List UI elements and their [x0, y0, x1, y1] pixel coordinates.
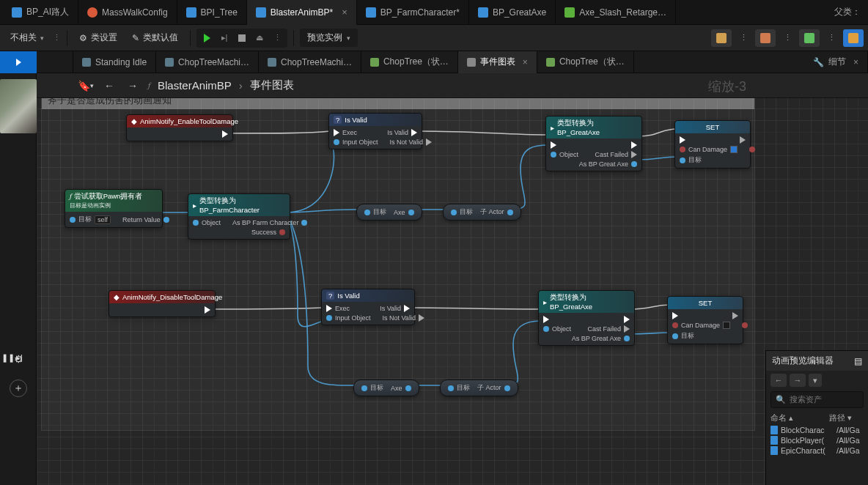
node-cast-greataxe-upper[interactable]: ▸ 类型转换为 BP_GreatAxe ObjectCast Failed As… [545, 116, 642, 171]
top-tab-active[interactable]: BlasterAnimBP*× [247, 0, 357, 25]
graph-tab[interactable]: ChopTree（状… [361, 51, 458, 73]
zoom-level: 缩放-3 [708, 78, 746, 95]
top-tab[interactable]: BP_GreatAxe [469, 0, 556, 25]
bp-icon [366, 7, 376, 18]
main-toolbar: 不相关 ▾ ⋮ ⚙类设置 ✎类默认值 ▸| ⏏ ⋮ 预览实例 ⋮ ⋮ ⋮ [0, 25, 868, 51]
add-button[interactable]: ＋ [10, 380, 27, 397]
details-tab[interactable]: 🔧细节× [804, 51, 868, 73]
anim-icon [564, 7, 575, 18]
asset-list: BlockCharac/All/Ga BlockPlayer(/All/Ga E… [766, 425, 868, 456]
bp-icon [478, 7, 488, 18]
asset-list-header[interactable]: 命名 ▴路径 ▾ [766, 411, 868, 425]
config-icon [87, 7, 98, 18]
event-graph-canvas[interactable]: 🔖▾ ← → 𝑓 BlasterAnimBP › 事件图表 缩放-3 [37, 73, 868, 485]
animbp-mode-button[interactable] [843, 29, 864, 47]
top-tabs: BP_AI路人 MassWalkConfig BPI_Tree BlasterA… [0, 0, 868, 25]
toolbar-options[interactable]: ⋮ [821, 29, 842, 47]
parent-class-label: 父类： [827, 6, 868, 18]
close-icon[interactable]: × [853, 57, 858, 67]
simulation-controls: ▸| ⏏ ⋮ [196, 29, 287, 48]
class-defaults-button[interactable]: ✎类默认值 [126, 29, 184, 47]
node-get-child-actor-lower[interactable]: 目标 子 Actor [440, 380, 518, 396]
wrench-icon: ✎ [132, 33, 139, 43]
asset-icon [770, 436, 778, 445]
skeleton-mode-button[interactable] [711, 29, 732, 47]
class-settings-button[interactable]: ⚙类设置 [73, 29, 123, 47]
breadcrumb-current[interactable]: 事件图表 [250, 78, 294, 92]
asset-list-item[interactable]: BlockPlayer(/All/Ga [769, 435, 865, 445]
anim-mode-button[interactable] [799, 29, 820, 47]
graph-tab[interactable]: ChopTreeMachi… [156, 51, 259, 73]
node-isvalid-upper[interactable]: ?Is Valid ExecIs Valid Input ObjectIs No… [328, 113, 422, 149]
node-get-axe[interactable]: 目标 Axe [356, 204, 422, 221]
nav-forward-button[interactable]: → [790, 374, 806, 387]
eject-button[interactable]: ⏏ [251, 31, 268, 45]
nav-back-button[interactable]: ← [101, 78, 117, 94]
asset-list-item[interactable]: BlockCharac/All/Ga [769, 425, 865, 435]
breadcrumb-parent[interactable]: BlasterAnimBP [158, 79, 232, 92]
nav-back-button[interactable]: ← [770, 374, 787, 387]
node-set-candamage-false[interactable]: SET Can Damage 目标 [667, 296, 743, 344]
filter-button[interactable]: ▾ [809, 374, 822, 387]
node-isvalid-lower[interactable]: ?Is Valid ExecIs Valid Input ObjectIs No… [321, 289, 415, 325]
gear-icon: ⚙ [79, 33, 87, 43]
asset-icon [770, 426, 778, 434]
graph-tab[interactable]: Standing Idle [73, 51, 156, 73]
select-mode-button[interactable] [0, 51, 37, 73]
unrelated-dropdown[interactable]: 不相关 ▾ [4, 29, 50, 47]
sim-options[interactable]: ⋮ [269, 31, 285, 45]
function-icon: 𝑓 [148, 81, 150, 90]
stop-button[interactable] [234, 31, 250, 45]
mesh-mode-button[interactable] [755, 29, 776, 47]
close-icon[interactable]: × [342, 7, 347, 18]
settings-icon[interactable]: ⚙ [10, 350, 27, 368]
breadcrumb: 🔖▾ ← → 𝑓 BlasterAnimBP › 事件图表 缩放-3 [37, 73, 868, 98]
node-set-candamage-true[interactable]: SET Can Damage 目标 [674, 120, 751, 169]
asset-icon [770, 446, 778, 455]
node-cast-greataxe-lower[interactable]: ▸ 类型转换为 BP_GreatAxe ObjectCast Failed As… [538, 290, 635, 346]
node-get-child-actor[interactable]: 目标 子 Actor [443, 204, 521, 221]
graph-tab[interactable]: ChopTreeMachi… [259, 51, 361, 73]
graph-tab-active[interactable]: 事件图表× [458, 51, 537, 73]
wrench-icon: 🔧 [813, 57, 824, 67]
panel-menu-icon[interactable]: ▤ [854, 356, 862, 366]
top-tab[interactable]: BP_FarmCharacter* [357, 0, 469, 25]
toolbar-options[interactable]: ⋮ [777, 29, 798, 47]
bp-icon [12, 7, 22, 18]
node-animnotify-enable[interactable]: ◆AnimNotify_EnableToolDamage [126, 114, 233, 141]
graph-tabs: Standing Idle ChopTreeMachi… ChopTreeMac… [0, 51, 868, 73]
node-cast-farmcharacter[interactable]: ▸ 类型转换为 BP_FarmCharacter ObjectAs BP Far… [188, 193, 290, 240]
graph-tab[interactable]: ChopTree（状… [537, 51, 634, 73]
nav-forward-button[interactable]: → [125, 78, 141, 94]
asset-list-item[interactable]: EpicCharact(/All/Ga [769, 445, 865, 456]
viewport-panel: ❚❚ ▸| ⚙ ＋ [0, 73, 37, 485]
top-tab[interactable]: BP_AI路人 [3, 0, 78, 25]
checkbox-candamage[interactable] [730, 146, 738, 153]
toolbar-options[interactable]: ⋮ [733, 29, 754, 47]
node-animnotify-disable[interactable]: ◆AnimNotify_DisableToolDamage [108, 290, 216, 317]
preview-viewport[interactable] [0, 79, 37, 133]
top-tab[interactable]: BPI_Tree [177, 0, 247, 25]
asset-search-input[interactable]: 🔍搜索资产 [770, 391, 864, 408]
preview-instance-dropdown[interactable]: 预览实例 [300, 29, 358, 47]
search-icon: 🔍 [776, 395, 786, 404]
panel-title: 动画预览编辑器 [772, 355, 834, 367]
play-button[interactable] [199, 31, 215, 45]
close-icon[interactable]: × [523, 57, 528, 67]
animbp-icon [256, 7, 266, 18]
checkbox-candamage[interactable] [723, 322, 730, 329]
node-get-axe-lower[interactable]: 目标 Axe [353, 380, 419, 396]
bookmark-button[interactable]: 🔖▾ [78, 78, 94, 94]
step-button[interactable]: ▸| [216, 31, 232, 45]
node-try-get-pawn-owner[interactable]: 𝑓 尝试获取Pawn拥有者 目标是动画实例 目标 self Return Val… [65, 189, 163, 228]
anim-preview-editor-panel: 动画预览编辑器▤ ← → ▾ 🔍搜索资产 命名 ▴路径 ▾ BlockChara… [765, 350, 868, 485]
top-tab[interactable]: MassWalkConfig [78, 0, 177, 25]
bp-icon [186, 7, 196, 18]
top-tab[interactable]: Axe_Slash_Retarge… [556, 0, 676, 25]
